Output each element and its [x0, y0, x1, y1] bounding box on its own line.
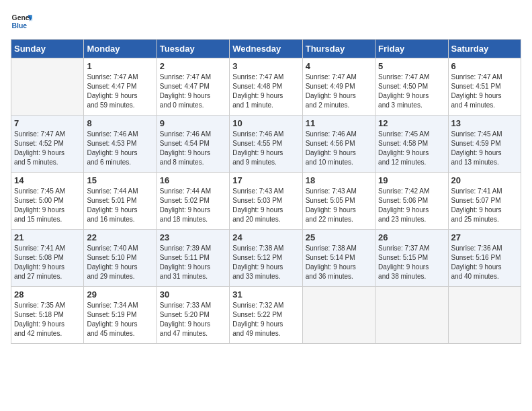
calendar-cell: 12Sunrise: 7:45 AMSunset: 4:58 PMDayligh… [375, 116, 448, 173]
calendar-cell: 1Sunrise: 7:47 AMSunset: 4:47 PMDaylight… [84, 58, 157, 116]
day-number: 15 [87, 175, 153, 185]
calendar-cell: 27Sunrise: 7:36 AMSunset: 5:16 PMDayligh… [448, 230, 521, 287]
day-info: Sunrise: 7:35 AMSunset: 5:18 PMDaylight:… [14, 301, 81, 338]
calendar-cell: 20Sunrise: 7:41 AMSunset: 5:07 PMDayligh… [448, 173, 521, 230]
day-info: Sunrise: 7:43 AMSunset: 5:05 PMDaylight:… [306, 187, 372, 224]
day-number: 1 [87, 61, 153, 71]
day-number: 10 [232, 118, 299, 128]
calendar-row: 28Sunrise: 7:35 AMSunset: 5:18 PMDayligh… [11, 287, 521, 344]
day-number: 18 [306, 175, 372, 185]
calendar-cell: 11Sunrise: 7:46 AMSunset: 4:56 PMDayligh… [302, 116, 375, 173]
calendar-cell: 7Sunrise: 7:47 AMSunset: 4:52 PMDaylight… [11, 116, 84, 173]
day-number: 14 [14, 175, 81, 185]
calendar-cell: 26Sunrise: 7:37 AMSunset: 5:15 PMDayligh… [375, 230, 448, 287]
calendar-cell: 22Sunrise: 7:40 AMSunset: 5:10 PMDayligh… [84, 230, 157, 287]
day-info: Sunrise: 7:46 AMSunset: 4:53 PMDaylight:… [87, 130, 153, 167]
calendar-cell: 19Sunrise: 7:42 AMSunset: 5:06 PMDayligh… [375, 173, 448, 230]
day-number: 29 [87, 289, 153, 300]
day-number: 26 [378, 232, 445, 242]
day-number: 5 [378, 61, 445, 71]
day-number: 19 [378, 175, 445, 185]
day-info: Sunrise: 7:38 AMSunset: 5:12 PMDaylight:… [232, 244, 299, 281]
weekday-header: Saturday [448, 40, 521, 58]
page-header: General Blue [11, 11, 521, 32]
day-number: 7 [14, 118, 81, 128]
calendar-cell: 6Sunrise: 7:47 AMSunset: 4:51 PMDaylight… [448, 58, 521, 116]
day-info: Sunrise: 7:45 AMSunset: 4:59 PMDaylight:… [451, 130, 518, 167]
day-info: Sunrise: 7:37 AMSunset: 5:15 PMDaylight:… [378, 244, 445, 281]
calendar-cell: 4Sunrise: 7:47 AMSunset: 4:49 PMDaylight… [302, 58, 375, 116]
calendar-cell: 3Sunrise: 7:47 AMSunset: 4:48 PMDaylight… [230, 58, 302, 116]
calendar-cell: 24Sunrise: 7:38 AMSunset: 5:12 PMDayligh… [230, 230, 302, 287]
day-number: 12 [378, 118, 445, 128]
calendar-cell: 9Sunrise: 7:46 AMSunset: 4:54 PMDaylight… [157, 116, 229, 173]
day-number: 13 [451, 118, 518, 128]
day-info: Sunrise: 7:33 AMSunset: 5:20 PMDaylight:… [160, 301, 226, 338]
weekday-header: Tuesday [157, 40, 229, 58]
weekday-header: Friday [375, 40, 448, 58]
day-info: Sunrise: 7:44 AMSunset: 5:01 PMDaylight:… [87, 187, 153, 224]
day-info: Sunrise: 7:41 AMSunset: 5:08 PMDaylight:… [14, 244, 81, 281]
weekday-header: Monday [84, 40, 157, 58]
calendar-cell: 21Sunrise: 7:41 AMSunset: 5:08 PMDayligh… [11, 230, 84, 287]
calendar-cell: 5Sunrise: 7:47 AMSunset: 4:50 PMDaylight… [375, 58, 448, 116]
calendar-row: 21Sunrise: 7:41 AMSunset: 5:08 PMDayligh… [11, 230, 521, 287]
day-info: Sunrise: 7:42 AMSunset: 5:06 PMDaylight:… [378, 187, 445, 224]
day-info: Sunrise: 7:44 AMSunset: 5:02 PMDaylight:… [160, 187, 226, 224]
day-number: 2 [160, 61, 226, 71]
day-info: Sunrise: 7:47 AMSunset: 4:49 PMDaylight:… [306, 73, 372, 110]
day-number: 23 [160, 232, 226, 242]
calendar-row: 14Sunrise: 7:45 AMSunset: 5:00 PMDayligh… [11, 173, 521, 230]
day-info: Sunrise: 7:32 AMSunset: 5:22 PMDaylight:… [232, 301, 299, 338]
day-info: Sunrise: 7:47 AMSunset: 4:47 PMDaylight:… [160, 73, 226, 110]
day-number: 20 [451, 175, 518, 185]
day-info: Sunrise: 7:41 AMSunset: 5:07 PMDaylight:… [451, 187, 518, 224]
calendar-cell: 29Sunrise: 7:34 AMSunset: 5:19 PMDayligh… [84, 287, 157, 344]
calendar-cell: 13Sunrise: 7:45 AMSunset: 4:59 PMDayligh… [448, 116, 521, 173]
day-number: 4 [306, 61, 372, 71]
calendar-cell [302, 287, 375, 344]
calendar-cell: 30Sunrise: 7:33 AMSunset: 5:20 PMDayligh… [157, 287, 229, 344]
calendar-cell: 28Sunrise: 7:35 AMSunset: 5:18 PMDayligh… [11, 287, 84, 344]
day-info: Sunrise: 7:39 AMSunset: 5:11 PMDaylight:… [160, 244, 226, 281]
weekday-header: Thursday [302, 40, 375, 58]
day-number: 8 [87, 118, 153, 128]
day-info: Sunrise: 7:40 AMSunset: 5:10 PMDaylight:… [87, 244, 153, 281]
day-number: 30 [160, 289, 226, 300]
calendar-cell: 17Sunrise: 7:43 AMSunset: 5:03 PMDayligh… [230, 173, 302, 230]
calendar-header: SundayMondayTuesdayWednesdayThursdayFrid… [11, 40, 521, 58]
calendar-table: SundayMondayTuesdayWednesdayThursdayFrid… [11, 39, 521, 344]
day-info: Sunrise: 7:47 AMSunset: 4:48 PMDaylight:… [232, 73, 299, 110]
day-number: 9 [160, 118, 226, 128]
logo: General Blue [11, 11, 32, 32]
day-info: Sunrise: 7:47 AMSunset: 4:50 PMDaylight:… [378, 73, 445, 110]
calendar-cell [448, 287, 521, 344]
calendar-cell: 14Sunrise: 7:45 AMSunset: 5:00 PMDayligh… [11, 173, 84, 230]
day-number: 16 [160, 175, 226, 185]
day-info: Sunrise: 7:46 AMSunset: 4:54 PMDaylight:… [160, 130, 226, 167]
day-number: 31 [232, 289, 299, 300]
svg-text:Blue: Blue [12, 22, 28, 30]
day-info: Sunrise: 7:45 AMSunset: 5:00 PMDaylight:… [14, 187, 81, 224]
logo-icon: General Blue [11, 11, 32, 32]
day-info: Sunrise: 7:34 AMSunset: 5:19 PMDaylight:… [87, 301, 153, 338]
calendar-cell: 15Sunrise: 7:44 AMSunset: 5:01 PMDayligh… [84, 173, 157, 230]
calendar-cell [11, 58, 84, 116]
calendar-cell: 2Sunrise: 7:47 AMSunset: 4:47 PMDaylight… [157, 58, 229, 116]
day-info: Sunrise: 7:38 AMSunset: 5:14 PMDaylight:… [306, 244, 372, 281]
day-info: Sunrise: 7:45 AMSunset: 4:58 PMDaylight:… [378, 130, 445, 167]
weekday-header: Wednesday [230, 40, 302, 58]
day-info: Sunrise: 7:43 AMSunset: 5:03 PMDaylight:… [232, 187, 299, 224]
day-info: Sunrise: 7:36 AMSunset: 5:16 PMDaylight:… [451, 244, 518, 281]
calendar-cell: 16Sunrise: 7:44 AMSunset: 5:02 PMDayligh… [157, 173, 229, 230]
day-info: Sunrise: 7:47 AMSunset: 4:52 PMDaylight:… [14, 130, 81, 167]
day-number: 21 [14, 232, 81, 242]
day-number: 24 [232, 232, 299, 242]
day-number: 11 [306, 118, 372, 128]
day-info: Sunrise: 7:46 AMSunset: 4:56 PMDaylight:… [306, 130, 372, 167]
calendar-cell: 31Sunrise: 7:32 AMSunset: 5:22 PMDayligh… [230, 287, 302, 344]
calendar-cell: 10Sunrise: 7:46 AMSunset: 4:55 PMDayligh… [230, 116, 302, 173]
calendar-cell: 23Sunrise: 7:39 AMSunset: 5:11 PMDayligh… [157, 230, 229, 287]
day-number: 3 [232, 61, 299, 71]
day-number: 28 [14, 289, 81, 300]
